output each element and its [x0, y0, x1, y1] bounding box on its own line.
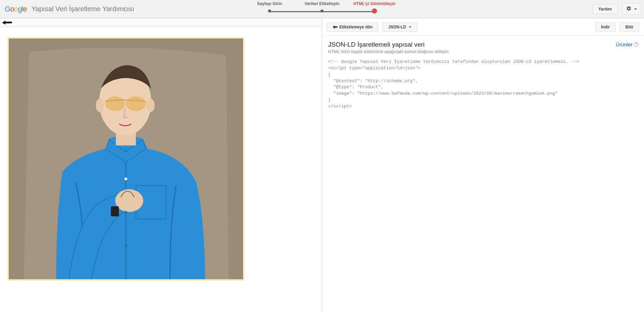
svg-point-7 — [147, 99, 155, 112]
step-label: Verileri Etiketleyin — [296, 1, 348, 6]
download-button[interactable]: İndir — [595, 22, 616, 32]
chevron-down-icon — [409, 26, 412, 28]
app-header: Google Yapısal Veri İşaretleme Yardımcıs… — [0, 0, 644, 18]
finish-button[interactable]: Bitir — [620, 22, 639, 32]
svg-point-11 — [125, 211, 127, 214]
settings-button[interactable] — [622, 3, 641, 15]
back-arrow-icon — [333, 25, 337, 29]
output-toolbar: Etiketlemeye dön JSON-LD İndir Bitir — [322, 18, 644, 35]
progress-steps: Sayfayı Girin Verileri Etiketleyin HTML'… — [243, 1, 401, 9]
generated-code-block[interactable]: <!-- Google Yapısal Veri İşaretleme Yard… — [322, 57, 644, 111]
svg-point-9 — [126, 96, 146, 111]
output-subtitle: HTML'nizin başlık bölümüne aşağıdaki kom… — [328, 49, 638, 54]
svg-point-12 — [125, 244, 127, 247]
svg-point-2 — [115, 189, 143, 212]
gear-icon — [626, 6, 631, 12]
output-pane: Etiketlemeye dön JSON-LD İndir Bitir JSO… — [322, 18, 644, 312]
svg-point-8 — [105, 96, 125, 111]
chevron-down-icon — [634, 8, 637, 10]
step-dot — [372, 8, 377, 14]
finish-button-label: Bitir — [625, 25, 634, 29]
format-select-button[interactable]: JSON-LD — [382, 22, 417, 32]
output-type-link[interactable]: Ürünler ? — [616, 42, 639, 47]
help-icon[interactable]: ? — [634, 42, 639, 47]
page-preview-pane — [0, 18, 322, 312]
back-to-tagging-button[interactable]: Etiketlemeye dön — [327, 22, 379, 32]
step-dot — [268, 9, 271, 13]
svg-rect-3 — [111, 206, 119, 216]
app-title: Yapısal Veri İşaretleme Yardımcısı — [31, 5, 134, 13]
step-label: Sayfayı Girin — [243, 1, 296, 6]
download-button-label: İndir — [601, 25, 610, 29]
output-type-label: Ürünler — [616, 42, 632, 47]
step-label: HTML'yi Görüntüleyin — [348, 1, 401, 6]
back-to-tagging-label: Etiketlemeye dön — [339, 25, 373, 29]
back-arrow-icon[interactable] — [2, 21, 12, 25]
step-tag-data[interactable]: Verileri Etiketleyin — [296, 1, 348, 9]
svg-point-6 — [96, 99, 104, 112]
step-view-html[interactable]: HTML'yi Görüntüleyin — [348, 1, 401, 9]
google-logo: Google — [3, 5, 29, 14]
output-header: JSON-LD İşaretlemeli yapısal veri HTML'n… — [322, 35, 644, 57]
step-dot — [320, 9, 324, 13]
svg-point-10 — [125, 177, 127, 180]
help-button[interactable]: Yardım — [593, 4, 618, 14]
format-select-label: JSON-LD — [388, 25, 406, 29]
output-title: JSON-LD İşaretlemeli yapısal veri — [328, 41, 638, 48]
help-button-label: Yardım — [598, 7, 612, 11]
product-image-preview — [7, 37, 244, 281]
preview-toolbar — [0, 18, 322, 27]
step-enter-page[interactable]: Sayfayı Girin — [243, 1, 296, 9]
